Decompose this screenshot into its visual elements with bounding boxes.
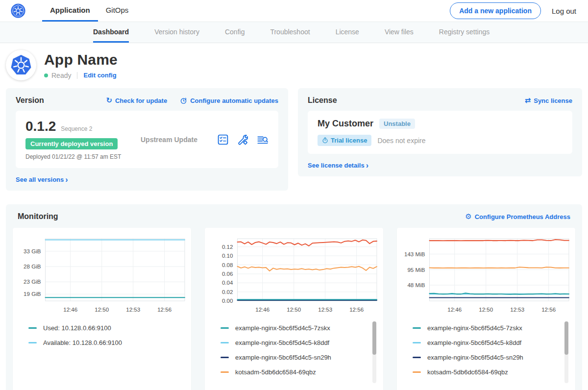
legend-item: example-nginx-5bc6f5d4c5-k8ddf <box>413 339 566 346</box>
edit-config-link[interactable]: Edit config <box>83 72 116 79</box>
version-source-label: Upstream Update <box>141 136 218 144</box>
svg-text:0.00: 0.00 <box>222 298 233 304</box>
svg-text:12:46: 12:46 <box>447 307 462 313</box>
svg-text:28 GiB: 28 GiB <box>24 264 41 269</box>
tab-view-files[interactable]: View files <box>385 22 414 43</box>
legend-label: example-nginx-5bc6f5d4c5-7zskx <box>235 324 330 332</box>
sync-arrows-icon: ⇄ <box>525 97 531 104</box>
summary-cards-row: Version ↻ Check for update Configure aut… <box>0 88 588 191</box>
see-all-versions-link[interactable]: See all versions› <box>16 176 68 183</box>
version-card-title: Version <box>16 96 44 105</box>
disk-usage-card: 33 GiB28 GiB23 GiB19 GiB12:4612:5012:531… <box>13 228 191 390</box>
legend-scrollbar[interactable] <box>372 321 376 383</box>
topnav-tab-gitops[interactable]: GitOps <box>98 0 137 22</box>
divider <box>77 72 77 79</box>
tab-troubleshoot-label: Troubleshoot <box>270 28 310 36</box>
svg-text:12:53: 12:53 <box>510 307 524 313</box>
chevron-right-icon: › <box>366 161 368 170</box>
tab-registry-settings[interactable]: Registry settings <box>439 22 490 43</box>
tab-license[interactable]: License <box>336 22 359 43</box>
svg-text:12:56: 12:56 <box>157 307 172 313</box>
legend-item: Used: 10.128.0.66:9100 <box>28 324 182 332</box>
legend-swatch <box>413 357 421 358</box>
legend-scrollbar-thumb[interactable] <box>564 321 568 355</box>
channel-badge: Unstable <box>379 119 415 129</box>
legend-item: example-nginx-5bc6f5d4c5-7zskx <box>413 324 566 332</box>
tab-license-label: License <box>336 28 359 36</box>
svg-text:0.06: 0.06 <box>222 271 233 277</box>
legend-swatch <box>220 342 229 343</box>
legend-swatch <box>220 327 229 329</box>
sync-license-link[interactable]: ⇄ Sync license <box>525 97 572 104</box>
app-tab-bar: Dashboard Version history Config Trouble… <box>0 22 588 43</box>
trial-license-badge: Trial license <box>318 135 371 146</box>
legend-swatch <box>28 342 37 343</box>
legend-swatch <box>413 342 421 343</box>
memory-usage-legend: example-nginx-5bc6f5d4c5-7zskxexample-ng… <box>398 317 574 384</box>
current-version-card: 0.1.2 Sequence 2 Currently deployed vers… <box>16 111 278 168</box>
svg-text:12:53: 12:53 <box>318 307 332 313</box>
check-for-update-link[interactable]: ↻ Check for update <box>106 97 167 104</box>
memory-usage-chart: 143 MiB95 MiB48 MiB12:4612:5012:5312:56 <box>398 234 574 317</box>
configure-automatic-updates-link[interactable]: Configure automatic updates <box>180 97 278 104</box>
legend-scrollbar[interactable] <box>564 321 568 383</box>
legend-swatch <box>28 327 37 329</box>
cpu-usage-legend: example-nginx-5bc6f5d4c5-7zskxexample-ng… <box>206 317 382 384</box>
tab-version-history-label: Version history <box>154 28 199 36</box>
release-notes-icon[interactable] <box>218 134 228 145</box>
legend-item: kotsadm-5db6dc6584-69qbz <box>220 368 374 376</box>
svg-text:0.12: 0.12 <box>222 244 233 250</box>
deployed-timestamp: Deployed 01/21/22 @ 11:57 am EST <box>25 153 141 160</box>
sync-license-label: Sync license <box>534 97 572 104</box>
customer-name: My Customer <box>318 119 373 129</box>
topnav-tab-application[interactable]: Application <box>42 0 98 22</box>
add-application-button[interactable]: Add a new application <box>450 2 541 19</box>
tab-registry-settings-label: Registry settings <box>439 28 490 36</box>
legend-swatch <box>413 327 421 329</box>
tab-troubleshoot[interactable]: Troubleshoot <box>270 22 310 43</box>
legend-swatch <box>220 371 229 373</box>
legend-label: example-nginx-5bc6f5d4c5-7zskx <box>427 324 522 332</box>
monitoring-title: Monitoring <box>18 212 58 221</box>
tab-version-history[interactable]: Version history <box>154 22 199 43</box>
svg-text:12:56: 12:56 <box>541 307 556 313</box>
legend-label: kotsadm-5db6dc6584-69qbz <box>235 368 316 376</box>
version-sequence: Sequence 2 <box>61 125 92 132</box>
legend-item: Available: 10.128.0.66:9100 <box>28 339 182 346</box>
disk-usage-legend: Used: 10.128.0.66:9100Available: 10.128.… <box>14 317 190 384</box>
memory-usage-card: 143 MiB95 MiB48 MiB12:4612:5012:5312:56 … <box>397 228 575 390</box>
tab-view-files-label: View files <box>385 28 414 36</box>
svg-text:95 MiB: 95 MiB <box>407 267 425 273</box>
svg-text:19 GiB: 19 GiB <box>24 291 41 297</box>
status-badge: Ready <box>51 72 71 79</box>
see-license-details-link[interactable]: See license details› <box>308 162 368 169</box>
page-title: App Name <box>44 51 118 68</box>
svg-text:143 MiB: 143 MiB <box>404 251 425 257</box>
configure-automatic-updates-label: Configure automatic updates <box>190 97 278 104</box>
logout-button[interactable]: Log out <box>552 7 576 15</box>
svg-text:0.02: 0.02 <box>222 289 233 295</box>
configure-prometheus-link[interactable]: ⚙ Configure Prometheus Address <box>465 213 570 220</box>
tab-config[interactable]: Config <box>225 22 245 43</box>
app-avatar <box>6 50 36 80</box>
stopwatch-icon <box>322 137 328 144</box>
gear-icon: ⚙ <box>465 213 471 220</box>
svg-text:12:56: 12:56 <box>349 307 364 313</box>
legend-label: Available: 10.128.0.66:9100 <box>43 339 122 346</box>
see-all-versions-label: See all versions <box>16 176 64 183</box>
config-tools-icon[interactable] <box>237 134 248 145</box>
legend-item: example-nginx-5bc6f5d4c5-sn29h <box>220 354 374 361</box>
legend-scrollbar-thumb[interactable] <box>372 321 376 355</box>
legend-item: example-nginx-5bc6f5d4c5-k8ddf <box>220 339 374 346</box>
topnav-tab-gitops-label: GitOps <box>106 6 129 14</box>
legend-item: example-nginx-5bc6f5d4c5-sn29h <box>413 354 566 361</box>
legend-label: example-nginx-5bc6f5d4c5-k8ddf <box>427 339 521 346</box>
legend-label: kotsadm-5db6dc6584-69qbz <box>427 368 508 376</box>
legend-swatch <box>413 371 421 373</box>
tab-dashboard[interactable]: Dashboard <box>93 22 129 43</box>
deploy-logs-icon[interactable] <box>257 134 269 145</box>
legend-swatch <box>220 357 229 358</box>
license-card-title: License <box>308 96 337 105</box>
svg-text:12:50: 12:50 <box>95 307 109 313</box>
svg-text:12:46: 12:46 <box>63 307 77 313</box>
